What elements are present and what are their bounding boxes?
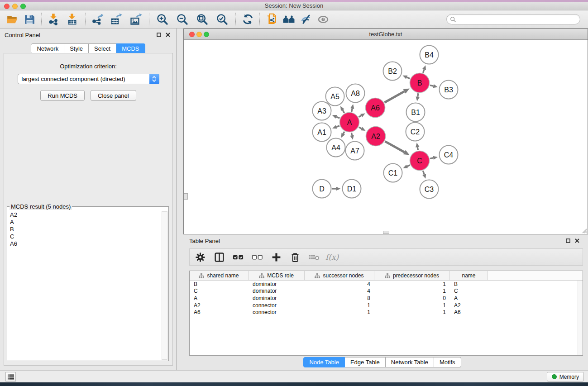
table-cell[interactable]: 4 bbox=[305, 288, 374, 294]
task-history-button[interactable] bbox=[5, 372, 16, 381]
table-cell[interactable]: dominator bbox=[249, 295, 305, 301]
function-builder-button[interactable]: f(x) bbox=[325, 253, 339, 262]
deselect-all-button[interactable] bbox=[251, 251, 263, 263]
table-cell[interactable]: A bbox=[190, 295, 249, 301]
run-mcds-button[interactable]: Run MCDS bbox=[40, 90, 85, 101]
graph-edge-A-A5[interactable] bbox=[340, 106, 344, 113]
mcds-result-item[interactable]: B bbox=[8, 226, 161, 233]
graph-node-D[interactable]: D bbox=[313, 180, 331, 198]
zoom-out-button[interactable] bbox=[172, 12, 192, 27]
open-session-button[interactable] bbox=[4, 12, 21, 27]
table-cell[interactable]: dominator bbox=[249, 288, 305, 294]
graph-edge-A-A3[interactable] bbox=[332, 115, 340, 119]
zoom-fit-button[interactable] bbox=[192, 12, 212, 27]
zoom-selected-button[interactable] bbox=[212, 12, 232, 27]
criterion-select[interactable]: largest connected component (directed) bbox=[18, 74, 159, 84]
tab-motifs[interactable]: Motifs bbox=[434, 357, 461, 367]
table-float-button[interactable] bbox=[564, 237, 572, 244]
table-row[interactable]: Cdominator41C bbox=[190, 288, 583, 295]
graph-edge-B-B3[interactable] bbox=[430, 84, 438, 88]
table-cell[interactable]: 1 bbox=[374, 309, 450, 315]
show-graphics-details-button[interactable] bbox=[315, 12, 332, 27]
hide-graphics-details-button[interactable] bbox=[297, 12, 315, 27]
graph-edge-A-A7[interactable] bbox=[350, 133, 354, 140]
network-close-button[interactable] bbox=[189, 32, 195, 37]
memory-button[interactable]: Memory bbox=[547, 372, 584, 381]
graph-node-A8[interactable]: A8 bbox=[346, 84, 365, 103]
graph-node-A1[interactable]: A1 bbox=[313, 123, 331, 142]
tab-mcds[interactable]: MCDS bbox=[116, 43, 145, 54]
graph-edge-C-C3[interactable] bbox=[422, 171, 426, 178]
graph-node-A3[interactable]: A3 bbox=[313, 102, 331, 120]
graph-edge-A6-B[interactable] bbox=[384, 88, 409, 102]
graph-node-B1[interactable]: B1 bbox=[406, 103, 425, 122]
table-row[interactable]: Adominator80A bbox=[190, 295, 583, 302]
table-close-button[interactable] bbox=[574, 237, 581, 244]
tab-node-table[interactable]: Node Table bbox=[303, 357, 345, 367]
close-panel-action-button[interactable]: Close panel bbox=[91, 90, 136, 101]
graph-node-C2[interactable]: C2 bbox=[406, 123, 425, 141]
mcds-result-item[interactable]: C bbox=[8, 233, 161, 240]
tab-edge-table[interactable]: Edge Table bbox=[345, 357, 386, 367]
tab-select[interactable]: Select bbox=[89, 43, 116, 54]
table-cell[interactable]: A6 bbox=[190, 309, 249, 315]
graph-node-D1[interactable]: D1 bbox=[343, 180, 361, 198]
table-cell[interactable]: 1 bbox=[374, 281, 450, 287]
zoom-in-button[interactable] bbox=[153, 12, 172, 27]
network-zoom-button[interactable] bbox=[204, 32, 209, 37]
refresh-button[interactable] bbox=[239, 12, 256, 27]
graph-node-C1[interactable]: C1 bbox=[384, 164, 402, 182]
table-cell[interactable]: A bbox=[450, 295, 488, 301]
table-cell[interactable]: C bbox=[190, 288, 249, 294]
graph-node-A6[interactable]: A6 bbox=[366, 98, 385, 118]
close-panel-button[interactable] bbox=[164, 31, 172, 38]
mcds-result-item[interactable]: A2 bbox=[8, 211, 161, 219]
select-all-button[interactable] bbox=[232, 251, 244, 263]
column-header-shared-name[interactable]: shared name bbox=[190, 271, 249, 280]
table-row[interactable]: Bdominator41B bbox=[190, 281, 583, 288]
split-panel-button[interactable] bbox=[213, 251, 225, 263]
table-cell[interactable]: 1 bbox=[374, 288, 450, 294]
import-network-button[interactable] bbox=[45, 12, 62, 27]
network-minimize-button[interactable] bbox=[196, 32, 202, 37]
graph-node-B[interactable]: B bbox=[410, 73, 430, 93]
table-cell[interactable]: 1 bbox=[374, 302, 450, 309]
graph-edge-A-A1[interactable] bbox=[332, 125, 339, 129]
graph-edge-D-D1[interactable] bbox=[332, 187, 341, 191]
column-header-successor-nodes[interactable]: successor nodes bbox=[305, 271, 374, 280]
graph-node-A2[interactable]: A2 bbox=[366, 127, 386, 146]
graph-node-A5[interactable]: A5 bbox=[326, 87, 344, 106]
graph-node-A4[interactable]: A4 bbox=[327, 138, 345, 157]
tab-network[interactable]: Network bbox=[31, 43, 64, 54]
graph-edge-A-A6[interactable] bbox=[359, 113, 365, 117]
table-cell[interactable]: 1 bbox=[305, 309, 374, 315]
zoom-window-button[interactable] bbox=[20, 4, 26, 9]
table-cell[interactable]: 8 bbox=[305, 295, 374, 301]
graph-edge-A-A8[interactable] bbox=[350, 104, 354, 112]
export-network-button[interactable] bbox=[89, 12, 106, 27]
graph-node-C4[interactable]: C4 bbox=[440, 146, 458, 164]
graph-node-B2[interactable]: B2 bbox=[383, 62, 402, 81]
add-column-button[interactable] bbox=[270, 251, 282, 263]
graph-edge-C-C4[interactable] bbox=[430, 156, 438, 160]
graph-edge-B-B4[interactable] bbox=[422, 65, 426, 73]
graph-node-A[interactable]: A bbox=[340, 113, 359, 132]
select-stepper-icon[interactable] bbox=[149, 74, 159, 84]
column-header-name[interactable]: name bbox=[450, 271, 488, 280]
table-cell[interactable]: dominator bbox=[249, 281, 305, 287]
canvas-vertical-scroll-thumb[interactable] bbox=[184, 193, 188, 200]
table-cell[interactable]: 4 bbox=[305, 281, 374, 287]
result-scrollbar[interactable] bbox=[162, 211, 167, 360]
mcds-result-item[interactable]: A6 bbox=[8, 240, 161, 248]
float-panel-button[interactable] bbox=[155, 31, 163, 38]
table-row[interactable]: A6connector11A6 bbox=[190, 309, 583, 316]
table-cell[interactable]: connector bbox=[249, 302, 305, 309]
graph-edge-A-A4[interactable] bbox=[341, 132, 345, 138]
table-cell[interactable]: C bbox=[450, 288, 488, 294]
delete-table-button[interactable] bbox=[308, 251, 320, 263]
table-cell[interactable]: connector bbox=[249, 309, 305, 315]
network-canvas[interactable]: B4B2BB3A5A8A6A3B1AA1C2A2A4A7C4CC1C3DD1 bbox=[184, 40, 588, 234]
close-window-button[interactable] bbox=[4, 4, 10, 9]
column-header-predecessor-nodes[interactable]: predecessor nodes bbox=[374, 271, 450, 280]
home-button[interactable] bbox=[280, 12, 297, 27]
